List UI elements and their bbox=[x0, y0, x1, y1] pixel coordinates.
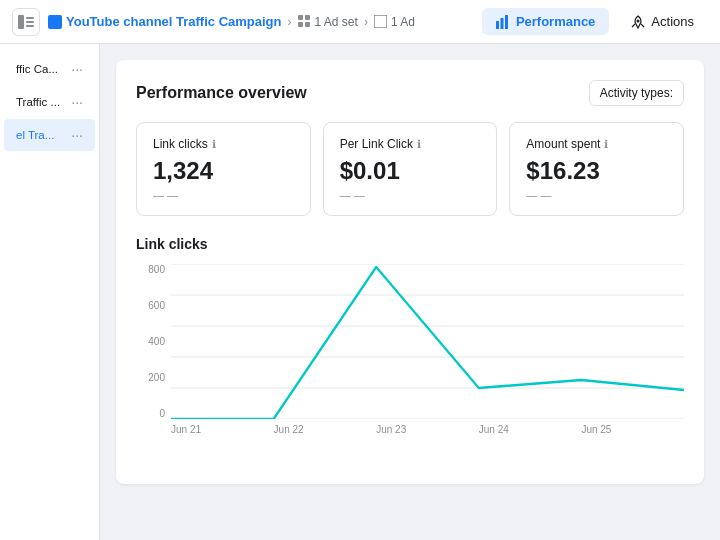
y-label-800: 800 bbox=[148, 264, 165, 275]
breadcrumb-ad[interactable]: 1 Ad bbox=[374, 15, 415, 29]
adset-label: 1 Ad set bbox=[315, 15, 358, 29]
performance-label: Performance bbox=[516, 14, 595, 29]
sidebar-item-1-dots[interactable]: ··· bbox=[71, 61, 83, 77]
sidebar-toggle-button[interactable] bbox=[12, 8, 40, 36]
x-label-jun23: Jun 23 bbox=[376, 424, 406, 435]
svg-rect-3 bbox=[26, 25, 34, 27]
y-label-400: 400 bbox=[148, 336, 165, 347]
chart-container: 800 600 400 200 0 bbox=[136, 264, 684, 464]
svg-rect-1 bbox=[26, 17, 34, 19]
main-layout: ffic Ca... ··· Traffic ... ··· el Tra...… bbox=[0, 44, 720, 540]
sidebar-item-3[interactable]: el Tra... ··· bbox=[4, 119, 95, 151]
x-label-jun21: Jun 21 bbox=[171, 424, 201, 435]
campaign-color-icon bbox=[48, 15, 62, 29]
metrics-row: Link clicks ℹ 1,324 — — Per Link Click ℹ… bbox=[136, 122, 684, 216]
metric-label-text-per-link-click: Per Link Click bbox=[340, 137, 413, 151]
svg-rect-10 bbox=[500, 18, 503, 29]
metric-label-per-link-click: Per Link Click ℹ bbox=[340, 137, 481, 151]
activity-types-label: Activity types: bbox=[600, 86, 673, 100]
ad-label: 1 Ad bbox=[391, 15, 415, 29]
breadcrumb-campaign[interactable]: YouTube channel Traffic Campaign bbox=[48, 14, 282, 29]
sidebar-item-3-label: el Tra... bbox=[16, 129, 54, 141]
svg-rect-9 bbox=[496, 21, 499, 29]
svg-rect-4 bbox=[298, 15, 303, 20]
panel-title: Performance overview bbox=[136, 84, 307, 102]
svg-rect-11 bbox=[505, 15, 508, 29]
metric-label-link-clicks: Link clicks ℹ bbox=[153, 137, 294, 151]
metric-card-amount-spent: Amount spent ℹ $16.23 — — bbox=[509, 122, 684, 216]
breadcrumb-adset[interactable]: 1 Ad set bbox=[298, 15, 358, 29]
x-label-jun24: Jun 24 bbox=[479, 424, 509, 435]
actions-label: Actions bbox=[651, 14, 694, 29]
y-label-600: 600 bbox=[148, 300, 165, 311]
amount-spent-info-icon[interactable]: ℹ bbox=[604, 138, 608, 151]
sidebar-item-1[interactable]: ffic Ca... ··· bbox=[4, 53, 95, 85]
per-link-click-info-icon[interactable]: ℹ bbox=[417, 138, 421, 151]
sidebar-item-2-dots[interactable]: ··· bbox=[71, 94, 83, 110]
sidebar: ffic Ca... ··· Traffic ... ··· el Tra...… bbox=[0, 44, 100, 540]
x-axis: Jun 21 Jun 22 Jun 23 Jun 24 Jun 25 bbox=[171, 419, 684, 439]
svg-rect-5 bbox=[305, 15, 310, 20]
chart-line bbox=[171, 267, 684, 419]
x-label-jun25: Jun 25 bbox=[581, 424, 611, 435]
sidebar-item-1-label: ffic Ca... bbox=[16, 63, 58, 75]
y-label-0: 0 bbox=[159, 408, 165, 419]
chart-area: 800 600 400 200 0 bbox=[136, 264, 684, 439]
metric-label-text-amount-spent: Amount spent bbox=[526, 137, 600, 151]
panel-header: Performance overview Activity types: bbox=[136, 80, 684, 106]
top-bar: YouTube channel Traffic Campaign › 1 Ad … bbox=[0, 0, 720, 44]
metric-label-text-link-clicks: Link clicks bbox=[153, 137, 208, 151]
performance-panel: Performance overview Activity types: Lin… bbox=[116, 60, 704, 484]
actions-button[interactable]: Actions bbox=[617, 8, 708, 35]
adset-icon bbox=[298, 15, 311, 28]
chart-inner bbox=[171, 264, 684, 419]
y-label-200: 200 bbox=[148, 372, 165, 383]
metric-card-link-clicks: Link clicks ℹ 1,324 — — bbox=[136, 122, 311, 216]
breadcrumb-sep-2: › bbox=[364, 15, 368, 29]
metric-value-amount-spent: $16.23 bbox=[526, 157, 667, 185]
svg-rect-6 bbox=[298, 22, 303, 27]
metric-value-link-clicks: 1,324 bbox=[153, 157, 294, 185]
svg-rect-7 bbox=[305, 22, 310, 27]
svg-rect-8 bbox=[374, 15, 387, 28]
metric-value-per-link-click: $0.01 bbox=[340, 157, 481, 185]
y-axis: 800 600 400 200 0 bbox=[136, 264, 171, 419]
chart-svg bbox=[171, 264, 684, 419]
campaign-name-label[interactable]: YouTube channel Traffic Campaign bbox=[66, 14, 282, 29]
breadcrumb-sep-1: › bbox=[288, 15, 292, 29]
ad-icon bbox=[374, 15, 387, 28]
rocket-icon bbox=[631, 15, 645, 29]
metric-card-per-link-click: Per Link Click ℹ $0.01 — — bbox=[323, 122, 498, 216]
top-bar-actions: Performance Actions bbox=[482, 8, 708, 35]
svg-rect-2 bbox=[26, 21, 34, 23]
sidebar-item-2-label: Traffic ... bbox=[16, 96, 60, 108]
metric-sub-per-link-click: — — bbox=[340, 189, 481, 201]
sidebar-item-2[interactable]: Traffic ... ··· bbox=[4, 86, 95, 118]
svg-point-12 bbox=[637, 19, 640, 22]
chart-title: Link clicks bbox=[136, 236, 684, 252]
x-label-jun22: Jun 22 bbox=[274, 424, 304, 435]
activity-types-button[interactable]: Activity types: bbox=[589, 80, 684, 106]
content-area: Performance overview Activity types: Lin… bbox=[100, 44, 720, 540]
performance-button[interactable]: Performance bbox=[482, 8, 609, 35]
metric-sub-link-clicks: — — bbox=[153, 189, 294, 201]
svg-rect-0 bbox=[18, 15, 24, 29]
metric-sub-amount-spent: — — bbox=[526, 189, 667, 201]
breadcrumb: YouTube channel Traffic Campaign › 1 Ad … bbox=[48, 14, 415, 29]
bar-chart-icon bbox=[496, 15, 510, 29]
link-clicks-info-icon[interactable]: ℹ bbox=[212, 138, 216, 151]
sidebar-item-3-dots[interactable]: ··· bbox=[71, 127, 83, 143]
metric-label-amount-spent: Amount spent ℹ bbox=[526, 137, 667, 151]
